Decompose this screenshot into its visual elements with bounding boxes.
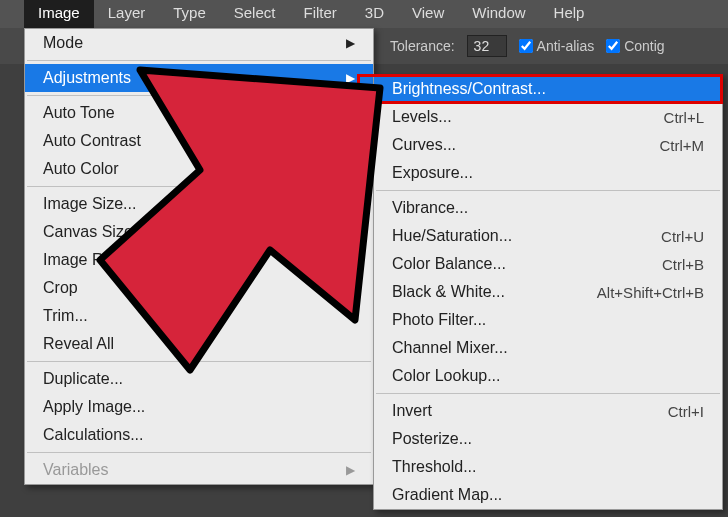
menubar-item-layer[interactable]: Layer (94, 0, 160, 28)
menu-item-label: Threshold... (392, 458, 476, 476)
adjustments-menu-item-hue-saturation[interactable]: Hue/Saturation...Ctrl+U (374, 222, 722, 250)
image-menu-item-auto-tone[interactable]: Auto ToneShift+Ctrl+L (25, 99, 373, 127)
menu-item-label: Posterize... (392, 430, 472, 448)
menu-item-shortcut: Shift+Ctrl+L (276, 105, 355, 122)
menu-item-label: Trim... (43, 307, 88, 325)
menu-item-label: Auto Tone (43, 104, 115, 122)
image-menu-separator (27, 95, 371, 96)
menubar-item-3d[interactable]: 3D (351, 0, 398, 28)
image-menu-item-mode[interactable]: Mode▶ (25, 29, 373, 57)
menu-item-shortcut: Ctrl+L (664, 109, 704, 126)
adjustments-menu-item-exposure[interactable]: Exposure... (374, 159, 722, 187)
adjustments-menu-item-channel-mixer[interactable]: Channel Mixer... (374, 334, 722, 362)
menu-item-shortcut: Shift+Ctrl+B (274, 161, 355, 178)
contig-check-label: Contig (624, 38, 664, 54)
menu-item-shortcut: Alt+Ctrl+C (286, 224, 355, 241)
menu-item-shortcut: Ctrl+M (659, 137, 704, 154)
menu-item-shortcut: Alt+Shift+Ctrl+L (250, 133, 355, 150)
menu-item-shortcut: Ctrl+I (668, 403, 704, 420)
menu-item-label: Variables (43, 461, 109, 479)
menu-item-label: Adjustments (43, 69, 131, 87)
image-menu-item-auto-color[interactable]: Auto ColorShift+Ctrl+B (25, 155, 373, 183)
menu-item-label: Mode (43, 34, 83, 52)
antialias-check-label: Anti-alias (537, 38, 595, 54)
menu-item-label: Exposure... (392, 164, 473, 182)
image-menu-item-apply-image[interactable]: Apply Image... (25, 393, 373, 421)
chevron-right-icon: ▶ (346, 253, 355, 267)
image-menu-separator (27, 361, 371, 362)
menu-item-label: Auto Contrast (43, 132, 141, 150)
image-menu-item-duplicate[interactable]: Duplicate... (25, 365, 373, 393)
chevron-right-icon: ▶ (346, 463, 355, 477)
image-menu-item-reveal-all[interactable]: Reveal All (25, 330, 373, 358)
image-menu-item-calculations[interactable]: Calculations... (25, 421, 373, 449)
adjustments-menu-item-threshold[interactable]: Threshold... (374, 453, 722, 481)
adjustments-menu-item-vibrance[interactable]: Vibrance... (374, 194, 722, 222)
contig-check-input[interactable] (606, 39, 620, 53)
menubar: ImageLayerTypeSelectFilter3DViewWindowHe… (0, 0, 728, 28)
menu-item-label: Levels... (392, 108, 452, 126)
menu-item-label: Auto Color (43, 160, 119, 178)
menu-item-label: Canvas Size... (43, 223, 146, 241)
image-menu-separator (27, 452, 371, 453)
image-menu-item-adjustments[interactable]: Adjustments▶ (25, 64, 373, 92)
menu-item-label: Image Size... (43, 195, 136, 213)
adjustments-menu-item-levels[interactable]: Levels...Ctrl+L (374, 103, 722, 131)
menu-item-label: Photo Filter... (392, 311, 486, 329)
tolerance-label: Tolerance: (390, 38, 455, 54)
menu-item-label: Black & White... (392, 283, 505, 301)
menubar-item-type[interactable]: Type (159, 0, 220, 28)
image-menu-item-variables: Variables▶ (25, 456, 373, 484)
menubar-item-filter[interactable]: Filter (289, 0, 350, 28)
menu-item-label: Hue/Saturation... (392, 227, 512, 245)
menu-item-label: Curves... (392, 136, 456, 154)
menu-item-label: Brightness/Contrast... (392, 80, 546, 98)
image-menu-item-canvas-size[interactable]: Canvas Size...Alt+Ctrl+C (25, 218, 373, 246)
menubar-item-help[interactable]: Help (540, 0, 599, 28)
image-menu-item-trim[interactable]: Trim... (25, 302, 373, 330)
image-menu-dropdown: Mode▶Adjustments▶Auto ToneShift+Ctrl+LAu… (24, 28, 374, 485)
menubar-item-image[interactable]: Image (24, 0, 94, 28)
adjustments-menu-item-curves[interactable]: Curves...Ctrl+M (374, 131, 722, 159)
menu-item-label: Apply Image... (43, 398, 145, 416)
adjustments-menu-item-invert[interactable]: InvertCtrl+I (374, 397, 722, 425)
contig-checkbox[interactable]: Contig (606, 38, 664, 54)
adjustments-menu-item-photo-filter[interactable]: Photo Filter... (374, 306, 722, 334)
adjustments-menu-item-color-balance[interactable]: Color Balance...Ctrl+B (374, 250, 722, 278)
adjustments-menu-separator (376, 393, 720, 394)
menu-item-shortcut: Ctrl+U (661, 228, 704, 245)
menu-item-label: Calculations... (43, 426, 144, 444)
menu-item-label: Reveal All (43, 335, 114, 353)
chevron-right-icon: ▶ (346, 71, 355, 85)
adjustments-menu-item-black-white[interactable]: Black & White...Alt+Shift+Ctrl+B (374, 278, 722, 306)
menu-item-label: Gradient Map... (392, 486, 502, 504)
menu-item-shortcut: Alt+Ctrl+I (292, 196, 355, 213)
antialias-checkbox[interactable]: Anti-alias (519, 38, 595, 54)
adjustments-menu-item-color-lookup[interactable]: Color Lookup... (374, 362, 722, 390)
menu-item-shortcut: Ctrl+B (662, 256, 704, 273)
menu-item-shortcut: Alt+Shift+Ctrl+B (597, 284, 704, 301)
image-menu-separator (27, 60, 371, 61)
image-menu-item-crop[interactable]: Crop (25, 274, 373, 302)
tolerance-input[interactable] (467, 35, 507, 57)
antialias-check-input[interactable] (519, 39, 533, 53)
image-menu-item-image-rotation[interactable]: Image Rotation▶ (25, 246, 373, 274)
image-menu-item-image-size[interactable]: Image Size...Alt+Ctrl+I (25, 190, 373, 218)
adjustments-menu-item-brightness-contrast[interactable]: Brightness/Contrast... (374, 75, 722, 103)
menubar-item-window[interactable]: Window (458, 0, 539, 28)
menu-item-label: Color Lookup... (392, 367, 501, 385)
image-menu-item-auto-contrast[interactable]: Auto ContrastAlt+Shift+Ctrl+L (25, 127, 373, 155)
menu-item-label: Duplicate... (43, 370, 123, 388)
chevron-right-icon: ▶ (346, 36, 355, 50)
menu-item-label: Crop (43, 279, 78, 297)
adjustments-menu-item-gradient-map[interactable]: Gradient Map... (374, 481, 722, 509)
menu-item-label: Invert (392, 402, 432, 420)
menu-item-label: Image Rotation (43, 251, 152, 269)
menu-item-label: Color Balance... (392, 255, 506, 273)
menubar-item-view[interactable]: View (398, 0, 458, 28)
menubar-item-select[interactable]: Select (220, 0, 290, 28)
adjustments-menu-item-posterize[interactable]: Posterize... (374, 425, 722, 453)
adjustments-menu-separator (376, 190, 720, 191)
adjustments-submenu-dropdown: Brightness/Contrast...Levels...Ctrl+LCur… (373, 74, 723, 510)
image-menu-separator (27, 186, 371, 187)
